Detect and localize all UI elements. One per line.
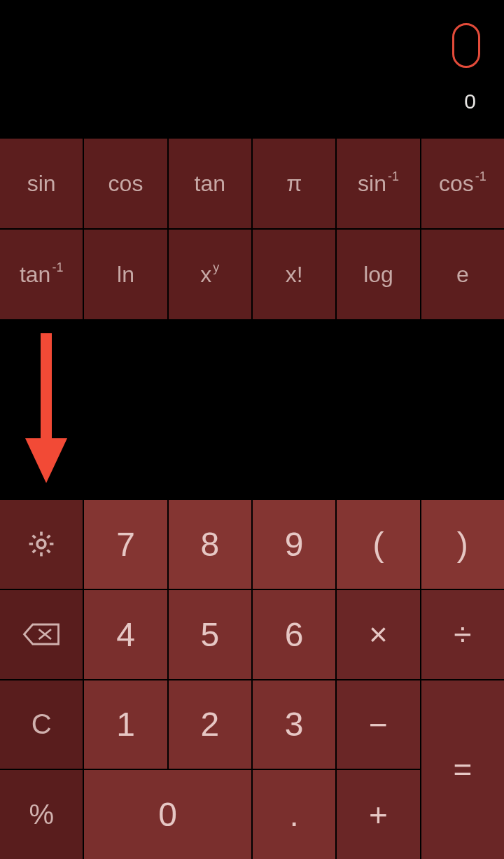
gear-icon — [26, 529, 57, 559]
backspace-button[interactable] — [0, 590, 83, 679]
annotation-arrow-icon — [25, 333, 66, 494]
key-3[interactable]: 3 — [253, 680, 335, 769]
display-secondary: 0 — [464, 90, 476, 113]
key-2[interactable]: 2 — [169, 680, 251, 769]
function-key-grid: sin cos tan π sin-1 cos-1 tan-1 ln xy x!… — [0, 139, 504, 319]
key-equals[interactable]: = — [421, 680, 504, 860]
fn-e[interactable]: e — [421, 230, 504, 319]
key-7[interactable]: 7 — [84, 500, 167, 589]
key-1[interactable]: 1 — [84, 680, 167, 769]
fn-acos[interactable]: cos-1 — [421, 139, 504, 228]
key-percent[interactable]: % — [0, 770, 83, 859]
key-subtract[interactable]: − — [337, 680, 419, 769]
fn-pi[interactable]: π — [253, 139, 335, 228]
display-area: 0 — [0, 0, 504, 139]
key-divide[interactable]: ÷ — [421, 590, 504, 679]
key-5[interactable]: 5 — [169, 590, 251, 679]
key-multiply[interactable]: × — [337, 590, 419, 679]
fn-fact[interactable]: x! — [253, 230, 335, 319]
key-lparen[interactable]: ( — [337, 500, 419, 589]
key-rparen[interactable]: ) — [421, 500, 504, 589]
backspace-icon — [22, 620, 61, 648]
fn-pow[interactable]: xy — [169, 230, 251, 319]
keypad-grid: 7 8 9 ( ) 4 5 6 × ÷ C 1 2 3 − = % 0 . + — [0, 500, 504, 859]
display-primary — [452, 20, 480, 77]
key-0[interactable]: 0 — [84, 770, 251, 859]
fn-sin[interactable]: sin — [0, 139, 83, 228]
key-8[interactable]: 8 — [169, 500, 251, 589]
fn-ln[interactable]: ln — [84, 230, 167, 319]
spacer-area — [0, 319, 504, 500]
primary-value-glyph — [452, 23, 480, 68]
key-6[interactable]: 6 — [253, 590, 335, 679]
fn-asin[interactable]: sin-1 — [337, 139, 419, 228]
settings-button[interactable] — [0, 500, 83, 589]
svg-point-0 — [37, 540, 46, 549]
fn-tan[interactable]: tan — [169, 139, 251, 228]
fn-atan[interactable]: tan-1 — [0, 230, 83, 319]
fn-cos[interactable]: cos — [84, 139, 167, 228]
key-dot[interactable]: . — [253, 770, 335, 859]
fn-log[interactable]: log — [337, 230, 419, 319]
clear-button[interactable]: C — [0, 680, 83, 769]
key-9[interactable]: 9 — [253, 500, 335, 589]
key-add[interactable]: + — [337, 770, 419, 859]
key-4[interactable]: 4 — [84, 590, 167, 679]
